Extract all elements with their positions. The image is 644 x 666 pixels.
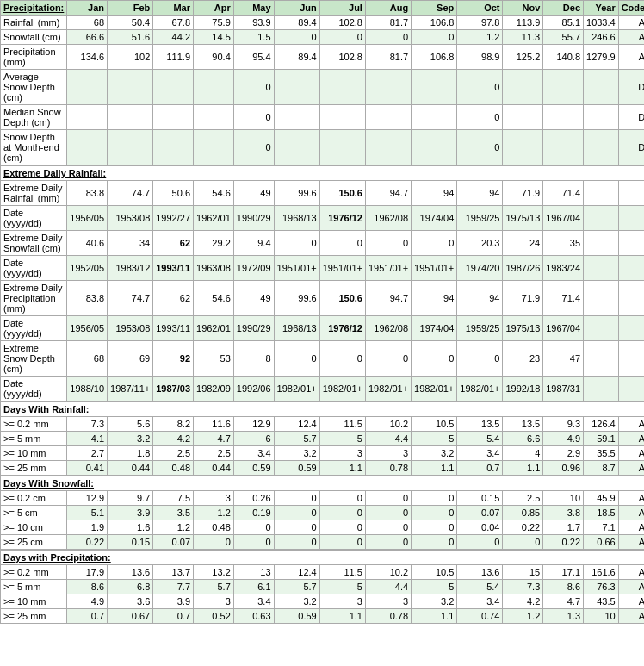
cell-value <box>194 70 234 105</box>
cell-value: 0 <box>274 341 319 377</box>
cell-value: 55.7 <box>543 30 584 45</box>
cell-value: 1279.9 <box>584 45 619 70</box>
cell-value: 14.5 <box>194 30 234 45</box>
cell-value: 3.9 <box>108 506 153 520</box>
cell-value: 1962/08 <box>365 316 411 341</box>
cell-value <box>503 130 543 166</box>
cell-value <box>618 256 644 281</box>
cell-value: 0 <box>274 506 319 520</box>
cell-value: 0 <box>412 535 457 551</box>
cell-value: 54.6 <box>194 181 234 206</box>
cell-value <box>194 105 234 130</box>
cell-value <box>274 105 319 130</box>
cell-value: A <box>618 417 644 432</box>
cell-value: 0 <box>233 535 274 551</box>
cell-value: 90.4 <box>194 45 234 70</box>
cell-value: 13 <box>233 565 274 580</box>
header-mar: Mar <box>153 1 194 16</box>
cell-value: 85.1 <box>543 16 584 30</box>
section-header-extreme_daily_rainfall: Extreme Daily Rainfall: <box>1 165 645 181</box>
cell-value: 9.4 <box>233 231 274 256</box>
cell-value: 0.78 <box>365 609 411 624</box>
cell-value <box>584 206 619 231</box>
row-label: >= 5 mm <box>1 580 67 594</box>
cell-value: 1033.4 <box>584 16 619 30</box>
cell-value: 92 <box>153 341 194 377</box>
cell-value: 1.2 <box>194 506 234 520</box>
cell-value: 1959/25 <box>457 206 503 231</box>
cell-value: 0.7 <box>457 461 503 476</box>
cell-value: 53 <box>194 341 234 377</box>
cell-value <box>584 105 619 130</box>
cell-value <box>108 105 153 130</box>
cell-value: 102.8 <box>319 45 365 70</box>
cell-value: 50.4 <box>108 16 153 30</box>
cell-value: 49 <box>233 181 274 206</box>
cell-value: 2.5 <box>153 446 194 461</box>
cell-value: 0 <box>503 535 543 551</box>
header-may: May <box>233 1 274 16</box>
cell-value: 83.8 <box>67 181 108 206</box>
cell-value: 1987/11+ <box>108 377 153 402</box>
cell-value: 0.26 <box>233 491 274 506</box>
cell-value: 3.2 <box>412 594 457 609</box>
cell-value: 0 <box>319 30 365 45</box>
cell-value: 1953/08 <box>108 316 153 341</box>
cell-value: A <box>618 535 644 551</box>
cell-value: 0.78 <box>365 461 411 476</box>
cell-value: 134.6 <box>67 45 108 70</box>
cell-value <box>108 130 153 166</box>
cell-value: 0.19 <box>233 506 274 520</box>
cell-value: 1982/01+ <box>365 377 411 402</box>
row-label: >= 25 mm <box>1 461 67 476</box>
cell-value: 11.3 <box>503 30 543 45</box>
cell-value: 0 <box>274 30 319 45</box>
cell-value: 1.1 <box>412 461 457 476</box>
cell-value: 0 <box>457 105 503 130</box>
cell-value: 10 <box>584 609 619 624</box>
cell-value: 11.5 <box>319 417 365 432</box>
cell-value: 0 <box>319 520 365 535</box>
cell-value: 51.6 <box>108 30 153 45</box>
cell-value: 0 <box>319 535 365 551</box>
row-label: Date (yyyy/dd) <box>1 377 67 402</box>
cell-value: 98.9 <box>457 45 503 70</box>
cell-value: 81.7 <box>365 16 411 30</box>
cell-value: 1.1 <box>412 609 457 624</box>
header-jan: Jan <box>67 1 108 16</box>
cell-value: 0.07 <box>457 506 503 520</box>
cell-value: 1967/04 <box>543 316 584 341</box>
cell-value: 3.2 <box>412 446 457 461</box>
cell-value <box>618 316 644 341</box>
cell-value: 6.8 <box>108 580 153 594</box>
cell-value: 1987/03 <box>153 377 194 402</box>
cell-value: 11.6 <box>194 417 234 432</box>
cell-value: D <box>618 70 644 105</box>
cell-value <box>584 316 619 341</box>
cell-value: 246.6 <box>584 30 619 45</box>
cell-value: 0 <box>457 535 503 551</box>
cell-value: 94.7 <box>365 181 411 206</box>
cell-value <box>618 377 644 402</box>
cell-value: 111.9 <box>153 45 194 70</box>
cell-value: 0 <box>365 341 411 377</box>
cell-value <box>153 130 194 166</box>
cell-value: 106.8 <box>412 16 457 30</box>
cell-value: 13.6 <box>457 565 503 580</box>
cell-value: 0 <box>365 231 411 256</box>
cell-value: 1968/13 <box>274 206 319 231</box>
cell-value: 17.1 <box>543 565 584 580</box>
cell-value: 0.07 <box>153 535 194 551</box>
cell-value: 0 <box>365 520 411 535</box>
cell-value: 0 <box>412 341 457 377</box>
cell-value: 3 <box>194 491 234 506</box>
cell-value <box>67 105 108 130</box>
cell-value: 89.4 <box>274 16 319 30</box>
cell-value: 97.8 <box>457 16 503 30</box>
cell-value: 102 <box>108 45 153 70</box>
cell-value: 1963/08 <box>194 256 234 281</box>
row-label: >= 0.2 mm <box>1 565 67 580</box>
cell-value: 54.6 <box>194 281 234 316</box>
cell-value: 6.1 <box>233 580 274 594</box>
row-label: >= 25 cm <box>1 535 67 551</box>
